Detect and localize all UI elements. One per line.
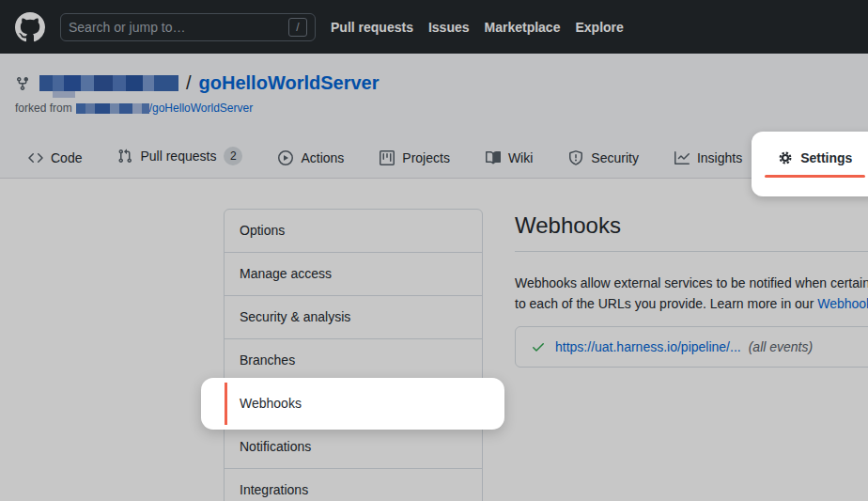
tab-label: Wiki — [508, 150, 533, 165]
active-item-accent-bar — [225, 383, 227, 425]
tab-label: Settings — [800, 150, 852, 165]
tab-actions[interactable]: Actions — [265, 138, 357, 178]
webhooks-guide-link[interactable]: Webhooks Guide. — [817, 296, 868, 311]
repo-header: / goHelloWorldServer forked from /goHell… — [0, 54, 868, 179]
graph-icon — [674, 150, 690, 165]
pull-request-icon — [117, 149, 132, 164]
settings-page-body: Options Manage access Security & analysi… — [0, 179, 868, 501]
tab-security[interactable]: Security — [555, 138, 652, 178]
sidebar-item-webhooks[interactable]: Webhooks — [225, 383, 482, 426]
webhook-events-note: (all events) — [749, 339, 813, 354]
settings-sidebar: Options Manage access Security & analysi… — [224, 209, 483, 501]
forked-from-row: forked from /goHelloWorldServer — [0, 102, 868, 115]
check-icon — [531, 339, 546, 354]
repo-title-row: / goHelloWorldServer — [0, 72, 868, 94]
project-icon — [380, 150, 395, 165]
repo-separator: / — [186, 72, 192, 94]
redacted-fork-owner — [76, 103, 149, 114]
redacted-owner-name — [39, 75, 178, 91]
nav-marketplace[interactable]: Marketplace — [485, 20, 561, 35]
tab-wiki[interactable]: Wiki — [473, 138, 546, 178]
tab-pull-requests[interactable]: Pull requests 2 — [104, 134, 256, 178]
tab-insights[interactable]: Insights — [661, 138, 755, 178]
shield-icon — [568, 150, 583, 165]
webhooks-section: Webhooks Webhooks allow external service… — [515, 212, 868, 368]
webhook-url-link[interactable]: https://uat.harness.io/pipeline/... — [555, 339, 741, 354]
pr-count-badge: 2 — [224, 147, 242, 165]
tab-projects[interactable]: Projects — [366, 138, 463, 178]
slash-key-hint: / — [288, 18, 307, 37]
section-divider — [515, 251, 868, 252]
tab-label: Insights — [697, 150, 742, 165]
sidebar-item-options[interactable]: Options — [225, 210, 482, 253]
code-icon — [28, 150, 43, 165]
tab-settings[interactable]: Settings — [765, 138, 865, 178]
sidebar-item-manage-access[interactable]: Manage access — [225, 253, 482, 296]
gear-icon — [778, 150, 793, 165]
tab-label: Pull requests — [140, 149, 216, 164]
repo-name-link[interactable]: goHelloWorldServer — [199, 72, 380, 94]
description-line-2: to each of the URLs you provide. Learn m… — [515, 293, 868, 314]
webhooks-description: Webhooks allow external services to be n… — [515, 273, 868, 314]
book-icon — [486, 150, 501, 165]
webhook-list-item: https://uat.harness.io/pipeline/... (all… — [515, 326, 868, 368]
sidebar-item-integrations[interactable]: Integrations — [225, 469, 482, 501]
sidebar-item-label: Webhooks — [240, 396, 302, 411]
tab-label: Security — [591, 150, 639, 165]
play-icon — [278, 150, 293, 165]
github-header: Search or jump to… / Pull requests Issue… — [0, 0, 868, 54]
description-line-2-text: to each of the URLs you provide. Learn m… — [515, 296, 817, 311]
github-logo-icon[interactable] — [15, 12, 45, 42]
forked-from-label: forked from — [15, 102, 72, 115]
tab-label: Actions — [301, 150, 344, 165]
repo-forked-icon — [15, 76, 30, 91]
search-placeholder: Search or jump to… — [69, 20, 186, 35]
nav-issues[interactable]: Issues — [428, 20, 470, 35]
sidebar-item-branches[interactable]: Branches — [225, 339, 482, 383]
header-nav: Pull requests Issues Marketplace Explore — [331, 20, 624, 35]
tab-label: Projects — [402, 150, 450, 165]
description-line-1: Webhooks allow external services to be n… — [515, 273, 868, 293]
nav-explore[interactable]: Explore — [575, 20, 623, 35]
tab-label: Code — [51, 150, 82, 165]
tab-code[interactable]: Code — [15, 138, 95, 178]
github-repo-settings-page: Search or jump to… / Pull requests Issue… — [0, 0, 868, 501]
search-input[interactable]: Search or jump to… / — [60, 13, 316, 41]
repo-tab-bar: Code Pull requests 2 Actions Projects Wi… — [15, 134, 868, 178]
sidebar-item-notifications[interactable]: Notifications — [225, 426, 482, 469]
sidebar-item-security-analysis[interactable]: Security & analysis — [225, 296, 482, 339]
nav-pull-requests[interactable]: Pull requests — [331, 20, 413, 35]
forked-from-repo-link[interactable]: /goHelloWorldServer — [149, 102, 254, 115]
page-title: Webhooks — [515, 212, 868, 239]
